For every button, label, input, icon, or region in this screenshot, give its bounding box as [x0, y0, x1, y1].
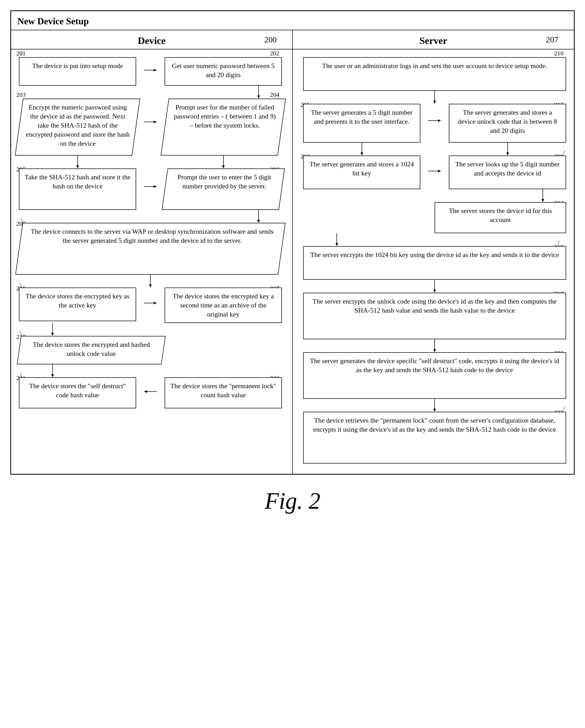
server-col-header: Server 207: [293, 30, 574, 49]
box-208: The device connects to the server via WA…: [15, 223, 285, 275]
diagram-title: New Device Setup: [11, 11, 574, 30]
label-203: 203: [16, 92, 26, 98]
svg-marker-43: [433, 409, 436, 412]
arrow-218-down: [303, 339, 566, 352]
arrow-203-down: [19, 156, 136, 168]
box-202: Get user numeric password between 5 and …: [164, 57, 282, 86]
node-214-wrap: 214 The server stores the device id for …: [303, 202, 566, 233]
box-222: The device retrieves the "permanent lock…: [303, 412, 566, 464]
fig-caption: Fig. 2: [10, 488, 575, 514]
device-col-header: Device 200: [11, 30, 293, 49]
box-218: The server encrypts the unlock code usin…: [303, 293, 566, 339]
arrow-206-down: [19, 210, 282, 223]
node-218-wrap: 218 The server encrypts the unlock code …: [303, 293, 566, 339]
svg-marker-33: [438, 170, 441, 172]
node-208-wrap: 208 \ The device connects to the server …: [19, 223, 282, 275]
svg-marker-1: [154, 69, 157, 72]
slash-216: \: [20, 281, 22, 288]
arrow-211-down: [303, 142, 421, 156]
box-205: Take the SHA-512 hash and store it the h…: [19, 168, 136, 210]
node-221-wrap: 221 \ The device stores the "self destru…: [19, 377, 136, 408]
arrow-203-204: [144, 119, 157, 125]
node-213-wrap: 213 The server generates and stores a 10…: [303, 156, 421, 189]
svg-marker-17: [154, 302, 157, 304]
box-210: The user or an administrator logs in and…: [303, 57, 566, 91]
box-209: The server looks up the 5 digit number a…: [449, 156, 566, 189]
svg-marker-3: [257, 96, 260, 99]
svg-marker-35: [541, 199, 544, 202]
row-211-212: 211 The server generates a 5 digit numbe…: [303, 104, 566, 142]
box-213: The server generates and stores a 1024 b…: [303, 156, 421, 189]
svg-marker-9: [222, 165, 225, 168]
arrows-row2-down: [19, 156, 282, 168]
row-213-209: 213 The server generates and stores a 10…: [303, 156, 566, 189]
svg-marker-21: [51, 374, 54, 377]
columns-header: Device 200 Server 207: [11, 30, 574, 49]
arrow-216-217: [144, 301, 157, 306]
box-217: The device stores the encrypted key a se…: [164, 288, 282, 323]
box-206: Prompt the user to enter the 5 digit num…: [162, 168, 285, 210]
label-202: 202: [270, 50, 279, 57]
arrow-216-down: [19, 323, 282, 336]
arrow-211-212: [428, 118, 441, 123]
svg-marker-23: [144, 390, 147, 393]
node-217-wrap: 217 The device stores the encrypted key …: [164, 288, 282, 323]
arrow-219-down: [19, 364, 282, 377]
svg-marker-7: [76, 165, 79, 168]
svg-marker-39: [433, 290, 436, 293]
box-201: The device is put into setup mode: [19, 57, 136, 86]
node-216-wrap: 216 \ The device stores the encrypted ke…: [19, 288, 136, 321]
svg-marker-27: [438, 119, 441, 122]
row-3: 205 Take the SHA-512 hash and store it t…: [19, 168, 282, 210]
svg-marker-11: [154, 185, 157, 188]
node-206-wrap: 206 Prompt the user to enter the 5 digit…: [164, 168, 282, 210]
server-flow: 210 The user or an administrator logs in…: [293, 49, 574, 474]
row-216-217: 216 \ The device stores the encrypted ke…: [19, 288, 282, 323]
box-211: The server generates a 5 digit number an…: [303, 104, 421, 142]
svg-marker-37: [335, 243, 338, 246]
svg-marker-5: [154, 121, 157, 123]
arrow-208-down: [19, 275, 282, 288]
label-204: 204: [270, 92, 279, 98]
slash-209: /: [563, 149, 565, 156]
row-2: 203 Encrypt the numeric password using t…: [19, 99, 282, 156]
svg-marker-13: [257, 220, 260, 223]
node-212-wrap: 212 The server generates and stores a de…: [449, 104, 566, 142]
svg-marker-15: [149, 284, 152, 288]
box-219: The device stores the encrypted and hash…: [17, 336, 166, 364]
node-222-wrap: 222 / The device retrieves the "permanen…: [303, 412, 566, 464]
device-flow: 201 / The device is put into setup mode …: [11, 49, 293, 474]
box-221: The device stores the "self destruct" co…: [19, 377, 136, 408]
svg-marker-19: [51, 333, 54, 336]
box-214: The server stores the device id for this…: [435, 202, 566, 233]
node-215-wrap: 215 / The server encrypts the 1024 bit k…: [303, 246, 566, 280]
arrow-215-down: [303, 280, 566, 293]
node-219-wrap: 219 \ The device stores the encrypted an…: [19, 336, 282, 364]
node-210-wrap: 210 The user or an administrator logs in…: [303, 57, 566, 91]
flow-body: 201 / The device is put into setup mode …: [11, 49, 574, 474]
arrow-220-down: [303, 399, 566, 412]
slash-221: \: [20, 371, 22, 378]
svg-marker-29: [361, 152, 363, 156]
slash-222: /: [563, 405, 565, 412]
box-215: The server encrypts the 1024 bit key usi…: [303, 246, 566, 280]
node-205-wrap: 205 Take the SHA-512 hash and store it t…: [19, 168, 136, 210]
arrow-201-202: [144, 68, 157, 73]
svg-marker-31: [506, 152, 509, 156]
node-209-wrap: 209 / The server looks up the 5 digit nu…: [449, 156, 566, 189]
page-container: New Device Setup Device 200 Server 207 2…: [10, 10, 575, 514]
box-216: The device stores the encrypted key as t…: [19, 288, 136, 321]
slash-208: \: [21, 217, 23, 224]
svg-marker-25: [433, 101, 436, 104]
box-220: The server generates the device specific…: [303, 352, 566, 399]
node-220-wrap: 220 The server generates the device spec…: [303, 352, 566, 399]
node-211-wrap: 211 The server generates a 5 digit numbe…: [303, 104, 421, 142]
node-202-wrap: 202 Get user numeric password between 5 …: [164, 57, 282, 86]
row-221-223: 221 \ The device stores the "self destru…: [19, 377, 282, 408]
arrow-223-221: [144, 389, 157, 394]
node-201-wrap: 201 / The device is put into setup mode: [19, 57, 136, 86]
arrow-210-down: [303, 91, 566, 104]
arrow-213-209: [428, 168, 441, 174]
box-223: The device stores the "permanent lock" c…: [164, 377, 282, 408]
arrow-209-down: [303, 189, 566, 202]
